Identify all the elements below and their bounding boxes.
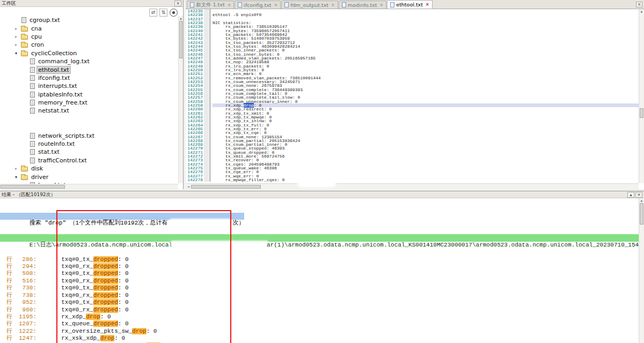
file-icon: [30, 83, 35, 89]
bookmark-margin: [204, 17, 210, 21]
tree-item-network_scripts.txt[interactable]: network_scripts.txt: [0, 131, 178, 139]
scrollbar-thumb[interactable]: [640, 203, 643, 225]
tree-item-ethtool.txt[interactable]: ethtool.txt: [0, 65, 178, 73]
refresh-icon[interactable]: ⇅: [159, 9, 167, 17]
result-line-number: 960:: [14, 307, 36, 314]
editor-content[interactable]: 142235142236ethtool -S enp1s0f0142237142…: [186, 9, 639, 183]
scrollbar-thumb[interactable]: [179, 21, 182, 58]
tree-item-ifconfig.txt[interactable]: ifconfig.txt: [0, 74, 178, 82]
scroll-up-icon[interactable]: ▲: [179, 16, 183, 20]
chevron-right-icon[interactable]: ▸: [15, 34, 21, 39]
sync-icon[interactable]: ⇄: [149, 9, 157, 17]
tree-item-label: stat.txt: [37, 148, 61, 155]
search-summary-row[interactable]: 搜索 "drop" （1个文件中匹配到10192次，总计有 次）: [0, 213, 244, 220]
tab-close-icon[interactable]: ×: [228, 3, 231, 8]
tree-item-memory_free.txt[interactable]: memory_free.txt: [0, 99, 178, 107]
tree-vertical-scrollbar[interactable]: ▲: [178, 16, 183, 183]
bookmark-margin: [204, 36, 210, 40]
tree-item-label: command_log.txt: [37, 58, 91, 65]
locate-file-icon[interactable]: [170, 9, 178, 17]
editor-line[interactable]: 142278 rx_mpwqe_filler_cqes: 0: [186, 178, 639, 182]
result-line-label: 行: [0, 299, 14, 306]
tree-item-interrupts.txt[interactable]: interrupts.txt: [0, 82, 178, 90]
tree-item-driver[interactable]: ▾driver: [0, 173, 178, 181]
bookmark-margin: [204, 56, 210, 60]
folder-icon: [21, 51, 28, 56]
result-row[interactable]: 行960: txq#0_rx_dropped: 0: [0, 307, 639, 314]
bookmark-margin: [204, 100, 210, 103]
tree-item-routeInfo.txt[interactable]: routeInfo.txt: [0, 140, 178, 148]
chevron-right-icon[interactable]: ▸: [15, 26, 21, 31]
editor-line[interactable]: 142236ethtool -S enp1s0f0: [186, 13, 639, 17]
tree-item-command_log.txt[interactable]: command_log.txt: [0, 57, 178, 65]
tree-item-netstat.txt[interactable]: netstat.txt: [0, 107, 178, 115]
editor-line-text: rx_xdp_tx_err: 0: [213, 127, 639, 131]
scroll-left-icon[interactable]: ◄: [186, 184, 191, 189]
tree-item-cpu[interactable]: ▸cpu: [0, 33, 178, 41]
scrollbar-thumb[interactable]: [640, 108, 643, 118]
result-row[interactable]: 行1247: rx_xsk_xdp_drop: 0: [0, 335, 639, 342]
tab-ifconfig.txt[interactable]: ifconfig.txt×: [235, 1, 281, 9]
bookmark-margin: [204, 127, 210, 131]
result-row[interactable]: 行508: txq#0_tx_dropped: 0: [0, 270, 639, 277]
bookmark-margin: [204, 166, 210, 170]
tree-item-cyclicCollection[interactable]: ▾cyclicCollection: [0, 49, 178, 57]
result-line-text: txq#0_tx_dropped: 0: [36, 285, 129, 292]
chevron-down-icon[interactable]: ▾: [15, 51, 21, 56]
chevron-right-icon[interactable]: ▸: [15, 42, 21, 47]
results-title: 结果 - （匹配10192次）: [2, 191, 626, 198]
tree-item-disk[interactable]: ▸disk: [0, 165, 178, 173]
editor-line-text: rx_xdp_drop: 0: [213, 103, 639, 107]
tab--1.txt[interactable]: 新文件 1.txt×: [187, 1, 234, 9]
result-row[interactable]: 行1207: tx_queue_dropped: 0: [0, 320, 639, 327]
tab-modinfo.txt[interactable]: modinfo.txt×: [339, 1, 387, 9]
bookmark-margin: [204, 158, 210, 162]
editor-vertical-scrollbar[interactable]: ▲: [639, 9, 644, 183]
result-file-path-row[interactable]: E:\日志\armod0523.odata.ncmp.unicom.locala…: [0, 234, 639, 241]
match-highlight: dropped: [93, 278, 118, 284]
result-row[interactable]: 行730: txq#0_tx_dropped: 0: [0, 285, 639, 292]
scroll-up-icon[interactable]: ▲: [639, 198, 644, 203]
tab-close-icon[interactable]: ×: [380, 3, 384, 8]
result-row[interactable]: 行294: txq#0_rx_dropped: 0: [0, 263, 639, 270]
results-vertical-scrollbar[interactable]: ▲: [639, 198, 644, 343]
close-icon[interactable]: ×: [174, 1, 181, 6]
tabbar-close-icon[interactable]: ×: [636, 2, 642, 8]
tree-item-stat.txt[interactable]: stat.txt: [0, 148, 178, 156]
tab-ethtool.txt[interactable]: ethtool.txt×: [387, 0, 432, 9]
scrollbar-thumb[interactable]: [1, 185, 65, 189]
bookmark-margin: [204, 131, 210, 135]
chevron-right-icon[interactable]: ▸: [15, 166, 21, 171]
tree-item-cron[interactable]: ▸cron: [0, 41, 178, 49]
tab-fdm_output.txt[interactable]: fdm_output.txt×: [281, 1, 338, 9]
tab-close-icon[interactable]: ×: [331, 3, 335, 8]
result-row[interactable]: 行1195: rx_xdp_drop: 0: [0, 314, 639, 320]
tree-item-cgroup.txt[interactable]: cgroup.txt: [0, 16, 178, 24]
scroll-up-icon[interactable]: ▲: [639, 9, 644, 13]
document-icon: [190, 2, 194, 8]
chevron-down-icon[interactable]: ▾: [15, 175, 21, 180]
result-row[interactable]: 行738: txq#0_rx_dropped: 0: [0, 292, 639, 299]
tree-item-iptablesInfo.txt[interactable]: iptablesInfo.txt: [0, 91, 178, 99]
result-row[interactable]: 行516: txq#0_rx_dropped: 0: [0, 278, 639, 285]
tree-item-label: interrupts.txt: [37, 83, 78, 90]
match-highlight: dropped: [93, 292, 118, 299]
editor-horizontal-scrollbar[interactable]: ◄: [186, 183, 639, 189]
tree-item-trafficControl.txt[interactable]: trafficControl.txt: [0, 156, 178, 165]
tab-close-icon[interactable]: ×: [274, 3, 278, 8]
bookmark-margin: [204, 48, 210, 52]
tree-item-label: cna: [30, 25, 43, 32]
result-row[interactable]: 行286: txq#0_tx_dropped: 0: [0, 256, 639, 263]
result-row[interactable]: 行952: txq#0_tx_dropped: 0: [0, 299, 639, 306]
tab-close-icon[interactable]: ×: [426, 2, 429, 7]
editor-line[interactable]: 142237: [186, 17, 639, 21]
tab-label: fdm_output.txt: [290, 2, 328, 8]
scrollbar-thumb[interactable]: [191, 185, 261, 189]
result-row[interactable]: 行1222: rx_oversize_pkts_sw_drop: 0: [0, 328, 639, 335]
rollup-icon[interactable]: ▴: [627, 192, 634, 198]
tree-horizontal-scrollbar[interactable]: [0, 184, 178, 189]
bookmark-margin: [204, 115, 210, 119]
bookmark-margin: [204, 119, 210, 123]
close-icon[interactable]: ×: [635, 192, 642, 198]
tree-item-cna[interactable]: ▸cna: [0, 24, 178, 32]
